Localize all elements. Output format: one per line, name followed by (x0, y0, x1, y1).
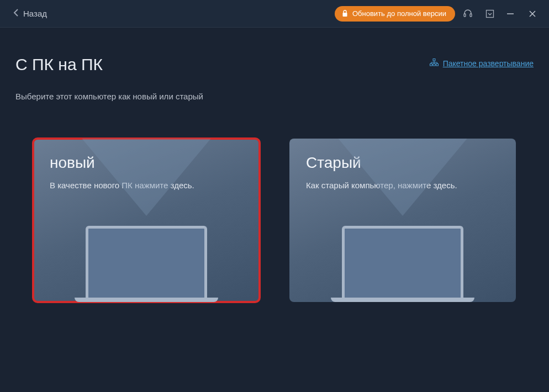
chevron-left-icon (13, 9, 19, 18)
card-old-title: Старый (306, 154, 499, 172)
laptop-icon (75, 226, 218, 302)
svg-rect-3 (487, 10, 494, 17)
minimize-button[interactable] (499, 3, 521, 25)
subtitle: Выберите этот компьютер как новый или ст… (15, 92, 534, 101)
upgrade-button[interactable]: Обновить до полной версии (335, 6, 455, 22)
svg-rect-0 (342, 13, 347, 17)
upgrade-label: Обновить до полной версии (352, 9, 446, 18)
card-old-desc: Как старый компьютер, нажмите здесь. (306, 179, 499, 192)
lock-icon (341, 10, 348, 17)
svg-rect-9 (433, 64, 435, 66)
svg-rect-8 (430, 64, 432, 66)
card-new-pc[interactable]: новый В качестве нового ПК нажмите здесь… (33, 139, 260, 302)
light-beam-decoration (320, 139, 485, 216)
card-new-desc: В качестве нового ПК нажмите здесь. (50, 179, 243, 192)
cards-row: новый В качестве нового ПК нажмите здесь… (15, 139, 534, 302)
headset-icon[interactable] (458, 4, 477, 23)
card-old-pc[interactable]: Старый Как старый компьютер, нажмите зде… (289, 139, 516, 302)
svg-rect-10 (436, 64, 438, 66)
close-button[interactable] (521, 3, 543, 25)
titlebar: Назад Обновить до полной версии (0, 0, 549, 28)
content: С ПК на ПК Пакетное развертывание Выбери… (0, 28, 549, 302)
dropdown-menu-icon[interactable] (481, 4, 499, 23)
header-row: С ПК на ПК Пакетное развертывание (15, 55, 534, 74)
network-icon (430, 59, 439, 68)
card-new-title: новый (50, 154, 243, 172)
laptop-icon (331, 226, 474, 302)
batch-deploy-link[interactable]: Пакетное развертывание (430, 59, 534, 68)
back-button[interactable]: Назад (13, 9, 47, 18)
svg-rect-7 (433, 59, 435, 61)
light-beam-decoration (64, 139, 229, 216)
deploy-link-label: Пакетное развертывание (443, 59, 534, 68)
page-title: С ПК на ПК (15, 55, 103, 74)
back-label: Назад (23, 9, 47, 18)
